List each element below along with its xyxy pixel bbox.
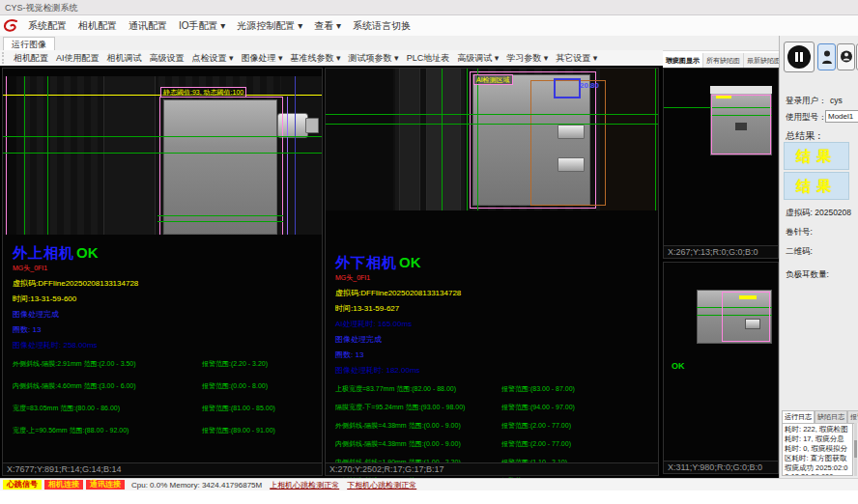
camera-image-upper-outer[interactable]: 静态阈值:93, 动态阈值:100 (3, 76, 322, 235)
tool-camera-debug[interactable]: 相机调试 (103, 51, 146, 66)
measure-value: 内侧斜线-隔膜:4.60mm 范围:(3.00 - 6.00) (13, 381, 202, 391)
pause-icon (787, 45, 811, 69)
log-tab-alarm[interactable]: 报警日志 (847, 410, 858, 423)
connector-tip (305, 118, 319, 133)
tool-advanced-settings[interactable]: 高级设置 (146, 51, 188, 66)
total-result-label: 总结果： (786, 129, 824, 143)
measurement-row: 上极宽度=83.77mm 范围:(82.00 - 88.00)报警范围:(83.… (335, 384, 654, 394)
ref-green-v1 (24, 76, 25, 235)
camera-view-lower-outer[interactable]: 20.80 AI检测区域 外下相机OK MG头_0FI1 虚拟码:DFFIine… (325, 68, 659, 476)
menu-view[interactable]: 查看 ▾ (308, 16, 347, 36)
ref-green-v2 (47, 76, 48, 235)
measurement-row: 隔膜宽度-下=95.24mm 范围:(93.00 - 98.00)报警范围:(9… (335, 403, 654, 412)
alarm-range: 报警范围:(2.00 - 77.00) (501, 439, 571, 449)
preview-panel-top[interactable]: X:267;Y:13;R:0;G:0;B:0 (663, 68, 779, 259)
model-input[interactable]: Model1 (825, 110, 858, 123)
log-tab-defect[interactable]: 缺陷日志 (815, 410, 847, 423)
pixel-coords-preview-top: X:267;Y:13;R:0;G:0;B:0 (664, 245, 778, 258)
alarm-range: 报警范围:(89.00 - 91.00) (202, 426, 275, 435)
camera-image-lower-outer[interactable]: 20.80 AI检测区域 (326, 69, 658, 210)
baseline-green-1 (326, 114, 658, 115)
tool-camera-config[interactable]: 相机配置 (10, 51, 52, 66)
measurement-row: 内侧斜线-隔膜=4.38mm 范围:(0.00 - 9.00)报警范围:(2.0… (335, 439, 654, 449)
result-block-lower-outer: 外下相机OK MG头_0FI1 虚拟码:DFFIine2025020813313… (335, 254, 654, 494)
toolbar-grip (2, 52, 7, 64)
tab-run-image[interactable]: 运行图像 (3, 37, 55, 51)
measurement-row: 外侧斜线-隔膜=4.38mm 范围:(0.00 - 9.00)报警范围:(2.0… (335, 421, 654, 431)
login-user-label: 登录用户： (786, 96, 827, 107)
overlay-pink-line (6, 76, 7, 235)
tool-ai-usage-config[interactable]: AI使用配置 (52, 51, 103, 66)
roi-rect-blue (554, 78, 581, 98)
pause-button[interactable] (784, 42, 815, 72)
tool-test-params[interactable]: 测试项参数 ▾ (345, 51, 403, 66)
tab-all-defects[interactable]: 所有缺陷图 (703, 53, 744, 68)
result-ok-label: OK (399, 254, 421, 270)
pixel-coords-upper-outer: X:7677;Y:891;R:14;G:14;B:14 (3, 462, 322, 475)
overlay-purple-line (287, 97, 288, 235)
upper-camera-heartbeat-link[interactable]: 上相机心跳检测正常 (270, 480, 339, 490)
measure-value: 宽度-上=90.56mm 范围:(88.00 - 92.00) (13, 426, 202, 435)
menu-io-config[interactable]: IO手配置 ▾ (173, 16, 231, 36)
window-titlebar[interactable]: CYS-视觉检测系统 (0, 0, 858, 15)
tab-defect-display[interactable]: 瑕疵图显示 (663, 53, 703, 68)
menu-camera-config[interactable]: 相机配置 (72, 16, 123, 36)
preview-ok-label: OK (672, 361, 685, 371)
cpu-memory-text: Cpu: 0.0% Memory: 3424.41796875M (131, 481, 262, 490)
measurement-list: 外侧斜线-隔膜:2.91mm 范围:(2.00 - 3.50)报警范围:(2.2… (13, 359, 318, 435)
result-block-upper-outer: 外上相机OK MG头_0FI1 虚拟码:DFFIine2025020813313… (13, 244, 318, 448)
toolbar: 相机配置 AI使用配置 相机调试 高级设置 点检设置 ▾ 图像处理 ▾ 基准线参… (0, 50, 663, 67)
status-bar: 心跳信号 相机连接 通讯连接 Cpu: 0.0% Memory: 3424.41… (0, 478, 858, 490)
measure-value: 上极宽度=83.77mm 范围:(82.00 - 88.00) (335, 384, 501, 394)
user-manage-button[interactable] (837, 43, 855, 70)
baseline-green-2 (3, 153, 322, 154)
menu-comm-config[interactable]: 通讯配置 (123, 16, 173, 36)
time-line: 时间:13-31-59-627 (335, 303, 654, 314)
alarm-range: 报警范围:(94.00 - 97.00) (501, 403, 575, 412)
pixel-coords-lower-outer: X:270;Y:2502;R:17;G:17;B:17 (326, 462, 658, 475)
alarm-range: 报警范围:(83.00 - 87.00) (501, 384, 575, 394)
ref-green-v1 (442, 69, 443, 210)
menu-light-control[interactable]: 光源控制配置 ▾ (231, 16, 308, 36)
menu-language-switch[interactable]: 系统语言切换 (347, 16, 416, 36)
ai-elapsed-line: AI处理耗时: 165.00ms (335, 319, 654, 329)
virtual-code-label: 虚拟码: 20250208 (786, 208, 851, 219)
measurement-row: 内侧斜线-隔膜:4.60mm 范围:(3.00 - 6.00)报警范围:(0.0… (13, 381, 318, 391)
threshold-overlay-label: 静态阈值:93, 动态阈值:100 (160, 87, 246, 98)
cycle-count-line: 圈数: 13 (335, 350, 654, 360)
measure-value: 宽度=83.05mm 范围:(80.00 - 86.00) (13, 404, 202, 413)
edge-green-1 (157, 215, 283, 216)
preview-image-bottom[interactable] (697, 290, 772, 344)
heartbeat-badge: 心跳信号 (3, 480, 42, 490)
tool-other-settings[interactable]: 其它设置 ▾ (552, 51, 601, 66)
log-text: 耗时: 222, 瑕疵检图耗时: 17, 瑕疵分息耗时: 0, 瑕疵模拟分区耗时… (782, 423, 853, 476)
tool-advanced-debug[interactable]: 高级调试 ▾ (453, 51, 502, 66)
menu-system-config[interactable]: 系统配置 (22, 16, 72, 36)
tool-image-processing[interactable]: 图像处理 ▾ (238, 51, 287, 66)
ref-green-v2 (467, 69, 468, 210)
tab-count-label: 负极耳数量: (786, 269, 829, 281)
tool-spotcheck-settings[interactable]: 点检设置 ▾ (188, 51, 238, 66)
log-scrollbar[interactable] (854, 423, 857, 476)
model-label: 使用型号： (786, 112, 827, 124)
edge-green-2 (157, 221, 283, 222)
camera-conn-badge: 相机连接 (44, 480, 83, 490)
tool-baseline-params[interactable]: 基准线参数 ▾ (287, 51, 345, 66)
preview-panel-bottom[interactable]: OK X:311;Y:980;R:0;G:0;B:0 (663, 262, 779, 474)
camera-name-label: 外上相机 (13, 244, 74, 261)
app-logo-icon (2, 18, 19, 34)
user-badge-icon (840, 49, 853, 65)
user-login-button[interactable] (817, 43, 836, 70)
window-title: CYS-视觉检测系统 (5, 3, 78, 13)
log-tab-run[interactable]: 运行日志 (782, 410, 815, 423)
tool-plc-address-table[interactable]: PLC地址表 (403, 51, 454, 66)
alarm-range: 报警范围:(2.20 - 3.20) (202, 359, 268, 369)
measurement-row: 宽度=83.05mm 范围:(80.00 - 86.00)报警范围:(81.00… (13, 404, 318, 413)
camera-view-upper-outer[interactable]: 静态阈值:93, 动态阈值:100 外上相机OK MG头_0FI1 虚拟码:DF… (2, 68, 323, 476)
camera-id-label: MG头_0FI1 (335, 273, 654, 283)
lower-camera-heartbeat-link[interactable]: 下相机心跳检测正常 (347, 480, 416, 490)
roi-value-label: 20.80 (580, 81, 599, 90)
measure-value: 隔膜宽度-下=95.24mm 范围:(93.00 - 98.00) (335, 403, 501, 412)
tool-learning-params[interactable]: 学习参数 ▾ (502, 51, 552, 66)
preview-image-top[interactable] (710, 86, 772, 155)
